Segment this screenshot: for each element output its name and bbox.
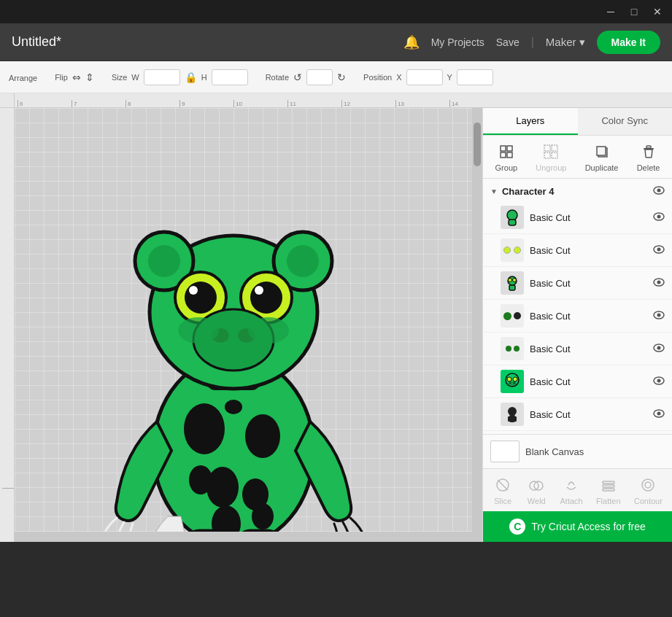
- group-eye-button[interactable]: [653, 186, 665, 197]
- layer-eye-button[interactable]: [653, 212, 665, 223]
- attach-button[interactable]: Attach: [560, 475, 583, 505]
- arrange-button[interactable]: Arrange: [9, 71, 37, 83]
- layer-item[interactable]: Basic Cut: [483, 267, 672, 300]
- make-it-button[interactable]: Make It: [597, 31, 660, 54]
- duplicate-button[interactable]: Duplicate: [585, 141, 619, 172]
- app-title: Untitled*: [12, 34, 392, 50]
- layer-eye-button[interactable]: [653, 310, 665, 322]
- scrollbar-thumb-v[interactable]: [474, 123, 481, 166]
- svg-point-62: [657, 346, 661, 350]
- svg-rect-39: [544, 152, 550, 158]
- layer-item[interactable]: Basic Cut: [483, 333, 672, 365]
- svg-rect-38: [552, 145, 557, 151]
- size-label: Size: [112, 73, 127, 82]
- svg-point-2: [184, 403, 225, 454]
- layers-list: ▼ Character 4 Basic Cut: [483, 179, 672, 434]
- layer-eye-button[interactable]: [653, 376, 665, 387]
- delete-button[interactable]: Delete: [637, 141, 660, 172]
- maximize-button[interactable]: □: [625, 3, 643, 20]
- layer-item[interactable]: Basic Cut: [483, 398, 672, 431]
- flip-h-button[interactable]: ⇔: [72, 71, 81, 83]
- svg-point-18: [148, 245, 180, 277]
- svg-line-78: [498, 480, 508, 490]
- slice-button[interactable]: Slice: [493, 475, 513, 505]
- svg-rect-42: [597, 147, 606, 155]
- cricut-logo: C: [509, 519, 525, 535]
- cricut-access-bar[interactable]: C Try Cricut Access for free: [483, 511, 672, 542]
- weld-button[interactable]: Weld: [526, 475, 547, 505]
- horizontal-scrollbar[interactable]: [15, 532, 482, 542]
- x-label: X: [396, 73, 401, 82]
- flatten-button[interactable]: Flatten: [596, 475, 621, 505]
- ruler-ticks: 6 7 8 9 10 11 12 13 14: [15, 93, 672, 107]
- title-bar: ─ □ ✕: [0, 0, 672, 23]
- tab-layers[interactable]: Layers: [483, 108, 578, 135]
- svg-point-25: [250, 282, 282, 314]
- w-label: W: [131, 73, 139, 82]
- ruler-tick: 8: [125, 100, 179, 107]
- layer-thumb-2: [501, 238, 524, 262]
- layer-thumb-3: [501, 271, 524, 295]
- layer-item[interactable]: Basic Cut: [483, 201, 672, 234]
- rotate-input[interactable]: [306, 69, 333, 85]
- canvas-area[interactable]: [15, 108, 482, 542]
- svg-rect-54: [509, 285, 515, 290]
- group-header[interactable]: ▼ Character 4: [483, 182, 672, 201]
- layer-name: Basic Cut: [530, 311, 647, 322]
- maker-button[interactable]: Maker ▾: [546, 36, 585, 49]
- y-input[interactable]: [457, 69, 493, 85]
- x-input[interactable]: [406, 69, 443, 85]
- ungroup-button[interactable]: Ungroup: [536, 141, 566, 172]
- layer-item[interactable]: Basic Cut: [483, 300, 672, 333]
- group-button[interactable]: Group: [495, 141, 518, 172]
- svg-rect-48: [509, 220, 516, 225]
- ruler-tick: 13: [395, 100, 449, 107]
- weld-icon: [526, 475, 547, 495]
- svg-point-8: [252, 503, 274, 529]
- contour-button[interactable]: Contour: [634, 475, 663, 505]
- layer-eye-button[interactable]: [653, 277, 665, 289]
- ruler-v-tick: [7, 488, 8, 542]
- character-container[interactable]: [58, 144, 409, 542]
- layer-thumb-5: [501, 337, 524, 360]
- svg-point-20: [287, 245, 319, 277]
- blank-canvas-label: Blank Canvas: [525, 446, 584, 457]
- ruler-corner: [0, 93, 15, 108]
- ruler-tick: 11: [287, 100, 341, 107]
- ruler-v-tick: [12, 488, 14, 542]
- save-link[interactable]: Save: [496, 36, 520, 48]
- layer-name: Basic Cut: [530, 212, 647, 223]
- layer-item[interactable]: Basic Cut: [483, 365, 672, 398]
- panel-tabs: Layers Color Sync: [483, 108, 672, 136]
- bell-icon[interactable]: 🔔: [403, 34, 420, 50]
- svg-point-55: [509, 279, 512, 282]
- svg-point-68: [513, 381, 516, 384]
- height-input[interactable]: [212, 69, 248, 85]
- layer-eye-button[interactable]: [653, 244, 665, 256]
- layer-thumb-6: [501, 370, 524, 393]
- width-input[interactable]: [144, 69, 180, 85]
- minimize-button[interactable]: ─: [602, 3, 619, 20]
- ruler-v-tick: [5, 488, 7, 542]
- attach-label: Attach: [560, 497, 583, 505]
- contour-label: Contour: [634, 497, 663, 505]
- vertical-scrollbar[interactable]: [472, 108, 482, 542]
- svg-point-52: [657, 248, 661, 252]
- lock-icon[interactable]: 🔒: [185, 71, 197, 83]
- arrange-group: Arrange: [9, 71, 37, 83]
- rotate-ccw-button[interactable]: ↺: [293, 71, 302, 83]
- ruler-horizontal: 6 7 8 9 10 11 12 13 14: [15, 93, 672, 108]
- my-projects-link[interactable]: My Projects: [431, 36, 484, 48]
- layer-eye-button[interactable]: [653, 343, 665, 354]
- svg-rect-81: [603, 481, 614, 484]
- layer-item[interactable]: Basic Cut: [483, 234, 672, 267]
- position-label: Position: [363, 73, 392, 82]
- tab-color-sync[interactable]: Color Sync: [578, 108, 673, 135]
- svg-rect-40: [552, 152, 557, 158]
- rotate-cw-button[interactable]: ↻: [337, 71, 346, 83]
- ruler-tick: 9: [179, 100, 233, 107]
- close-button[interactable]: ✕: [649, 3, 666, 20]
- flip-v-button[interactable]: ⇕: [85, 71, 94, 83]
- ruler-tick: 12: [341, 100, 395, 107]
- layer-eye-button[interactable]: [653, 408, 665, 420]
